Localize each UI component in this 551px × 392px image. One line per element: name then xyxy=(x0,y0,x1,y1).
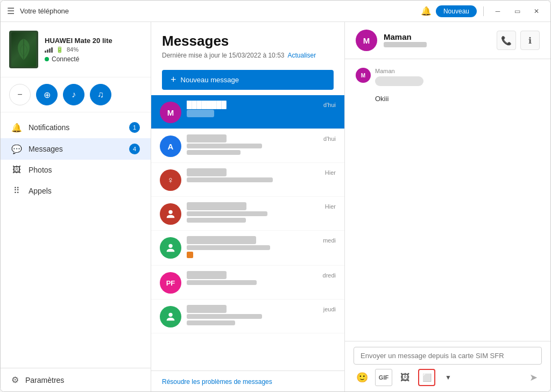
notifications-icon: 🔔 xyxy=(11,123,22,133)
sidebar-item-messages[interactable]: 💬 Messages 4 xyxy=(1,138,151,160)
device-leaf-svg xyxy=(14,36,33,63)
connected-dot xyxy=(45,57,49,61)
conv-name-1: ████████ xyxy=(187,101,227,109)
action-btn-volume[interactable]: ♪ xyxy=(63,84,84,105)
conv-item-4[interactable]: ████████████ Hier xyxy=(151,197,344,231)
sidebar-item-notifications[interactable]: 🔔 Notifications 1 xyxy=(1,117,151,138)
conv-preview-3 xyxy=(187,177,336,182)
messages-icon: 💬 xyxy=(11,144,22,154)
conv-preview-text-4b xyxy=(187,218,246,223)
conv-top-2: ████████ d'hui xyxy=(187,134,336,142)
conv-avatar-1: M xyxy=(160,102,181,123)
msg-sender-name-1: Maman xyxy=(375,68,423,74)
conv-avatar-5 xyxy=(160,237,181,259)
signal-bars xyxy=(45,46,53,53)
new-message-button[interactable]: + Nouveau message xyxy=(162,70,334,90)
maximize-button[interactable]: ▭ xyxy=(510,4,525,19)
conv-avatar-7 xyxy=(160,306,181,327)
conv-preview-text-2 xyxy=(187,144,262,148)
conv-preview-4 xyxy=(187,211,336,223)
conv-time-4: Hier xyxy=(325,203,336,210)
conv-name-5: ██████████████ xyxy=(187,236,256,244)
action-buttons: − ⊕ ♪ ♫ xyxy=(1,77,151,112)
titlebar-actions: 🔔 Nouveau ─ ▭ ✕ xyxy=(421,4,544,19)
emoji-button[interactable]: 🙂 xyxy=(354,369,371,386)
conv-top-1: ████████ d'hui xyxy=(187,101,336,109)
messages-panel: Messages Dernière mise à jour le 15/03/2… xyxy=(151,22,345,391)
person-icon-5 xyxy=(165,242,176,254)
msg-mini-avatar-1: M xyxy=(356,68,371,83)
conv-time-5: medi xyxy=(323,237,336,244)
action-btn-minus[interactable]: − xyxy=(9,84,31,105)
titlebar: ☰ Votre téléphone 🔔 Nouveau ─ ▭ ✕ xyxy=(1,1,550,22)
messages-footer: Résoudre les problèmes de messages xyxy=(151,370,344,391)
messages-header: Messages Dernière mise à jour le 15/03/2… xyxy=(151,22,344,65)
photos-icon: 🖼 xyxy=(11,165,22,175)
conv-item-5[interactable]: ██████████████ medi xyxy=(151,231,344,266)
app-window: ☰ Votre téléphone 🔔 Nouveau ─ ▭ ✕ xyxy=(0,0,551,392)
messages-title: Messages xyxy=(162,33,334,49)
conv-preview-text-1: ██████ xyxy=(187,110,214,117)
phone-number-blurred xyxy=(384,42,427,47)
chat-header: M Maman 📞 ℹ xyxy=(345,22,550,59)
call-button[interactable]: 📞 xyxy=(497,31,516,50)
nouveau-button[interactable]: Nouveau xyxy=(436,5,477,17)
conv-preview-text-7b xyxy=(187,320,235,325)
gif-button[interactable]: GIF xyxy=(375,369,392,386)
device-info: HUAWEI Mate 20 lite 🔋 84% Conne xyxy=(1,22,151,77)
conv-preview-text-5 xyxy=(187,245,270,250)
conv-preview-6 xyxy=(187,280,336,285)
chat-avatar: M xyxy=(356,30,377,51)
close-button[interactable]: ✕ xyxy=(529,4,544,19)
conv-body-3: ████████ Hier xyxy=(187,168,336,182)
conv-item-1[interactable]: M ████████ d'hui ██████ xyxy=(151,95,344,129)
svg-point-1 xyxy=(168,244,172,248)
conv-body-7: ████████ jeudi xyxy=(187,305,336,325)
chevron-down-button[interactable]: ▼ xyxy=(440,369,457,386)
conv-avatar-4 xyxy=(160,203,181,225)
bell-icon[interactable]: 🔔 xyxy=(421,6,432,16)
chat-input-area: 🙂 GIF 🖼 ⬜ ▼ ➤ xyxy=(345,341,550,391)
conv-item-6[interactable]: PF ████████ dredi xyxy=(151,266,344,300)
image-button[interactable]: 🖼 xyxy=(397,369,414,386)
sidebar: HUAWEI Mate 20 lite 🔋 84% Conne xyxy=(1,22,151,391)
conv-preview-5 xyxy=(187,245,336,260)
send-button[interactable]: ➤ xyxy=(525,369,542,386)
main-content: HUAWEI Mate 20 lite 🔋 84% Conne xyxy=(1,22,550,391)
conv-item-7[interactable]: ████████ jeudi xyxy=(151,300,344,333)
chat-contact-info: Maman xyxy=(384,32,490,49)
plus-icon: + xyxy=(171,74,176,85)
conv-item-3[interactable]: ♀ ████████ Hier xyxy=(151,163,344,197)
device-connected: Connecté xyxy=(45,55,142,63)
resolve-link[interactable]: Résoudre les problèmes de messages xyxy=(162,378,272,386)
notifications-badge: 1 xyxy=(129,122,140,133)
new-message-label: Nouveau message xyxy=(181,76,239,84)
chat-toolbar: 🙂 GIF 🖼 ⬜ ▼ ➤ xyxy=(354,369,542,386)
chat-contact-number xyxy=(384,41,490,49)
sidebar-item-appels[interactable]: ⠿ Appels xyxy=(1,180,151,201)
conv-item-2[interactable]: A ████████ d'hui xyxy=(151,129,344,163)
msg-bubble-group-1: Maman xyxy=(375,68,423,86)
msg-from-1: M Maman xyxy=(356,68,540,86)
svg-point-2 xyxy=(168,313,172,317)
minimize-button[interactable]: ─ xyxy=(490,4,505,19)
titlebar-divider xyxy=(483,6,484,16)
conv-preview-text-3 xyxy=(187,177,273,182)
person-icon-7 xyxy=(165,311,176,323)
photos-label: Photos xyxy=(29,166,140,174)
actualiser-link[interactable]: Actualiser xyxy=(288,52,316,59)
attachment-button[interactable]: ⬜ xyxy=(418,369,435,386)
action-btn-bluetooth[interactable]: ⊕ xyxy=(36,84,58,105)
conv-time-1: d'hui xyxy=(323,102,336,108)
chat-input[interactable] xyxy=(354,347,542,365)
sidebar-item-photos[interactable]: 🖼 Photos xyxy=(1,160,151,180)
device-image-inner xyxy=(11,32,36,67)
menu-icon[interactable]: ☰ xyxy=(7,6,15,16)
conv-name-4: ████████████ xyxy=(187,202,246,210)
chat-header-actions: 📞 ℹ xyxy=(497,31,540,50)
action-btn-music[interactable]: ♫ xyxy=(90,84,111,105)
info-button[interactable]: ℹ xyxy=(520,31,540,50)
nav-items: 🔔 Notifications 1 💬 Messages 4 🖼 Photos … xyxy=(1,112,151,368)
sidebar-settings[interactable]: ⚙ Paramètres xyxy=(1,368,151,391)
conv-time-3: Hier xyxy=(325,169,336,176)
